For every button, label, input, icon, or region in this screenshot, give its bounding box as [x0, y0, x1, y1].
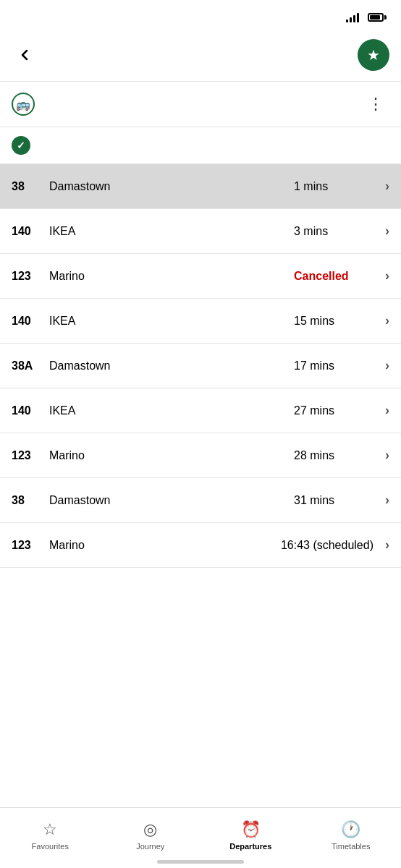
destination-name: IKEA	[49, 225, 294, 238]
chevron-right-icon: ›	[385, 448, 389, 463]
departure-row[interactable]: 38ADamastown17 mins›	[0, 344, 401, 388]
battery-icon	[368, 13, 387, 22]
more-options-button[interactable]: ⋮	[362, 92, 389, 116]
timetables-label: Timetables	[332, 842, 370, 851]
departure-row[interactable]: 140IKEA15 mins›	[0, 299, 401, 344]
destination-name: Marino	[49, 270, 294, 283]
nav-item-favourites[interactable]: ☆Favourites	[0, 808, 101, 856]
stop-info-left: 🚌	[12, 93, 42, 116]
favourites-label: Favourites	[32, 842, 69, 851]
destination-name: Marino	[49, 539, 281, 552]
route-number: 140	[12, 404, 49, 417]
update-bar	[0, 127, 401, 164]
departure-time: 3 mins	[294, 225, 373, 238]
signal-bars-icon	[346, 12, 359, 22]
chevron-right-icon: ›	[385, 537, 389, 553]
destination-name: Marino	[49, 449, 294, 462]
route-number: 38A	[12, 359, 49, 373]
departure-time: 15 mins	[294, 315, 373, 328]
departure-time: 31 mins	[294, 494, 373, 507]
destination-name: IKEA	[49, 315, 294, 328]
chevron-right-icon: ›	[385, 224, 389, 239]
departure-row[interactable]: 123Marino16:43 (scheduled)›	[0, 523, 401, 568]
departure-time: 16:43 (scheduled)	[281, 539, 373, 552]
nav-item-departures[interactable]: ⏰Departures	[200, 808, 301, 856]
destination-name: Damastown	[49, 180, 294, 193]
route-number: 123	[12, 449, 49, 462]
departures-list: 38Damastown1 mins›140IKEA3 mins›123Marin…	[0, 164, 401, 568]
timetables-icon: 🕐	[341, 820, 360, 839]
check-icon	[12, 136, 30, 155]
destination-name: Damastown	[49, 494, 294, 507]
departure-row[interactable]: 140IKEA27 mins›	[0, 388, 401, 433]
route-number: 123	[12, 539, 49, 552]
route-number: 38	[12, 494, 49, 507]
back-button[interactable]	[12, 42, 38, 68]
route-number: 140	[12, 315, 49, 328]
home-indicator	[157, 860, 244, 864]
departure-row[interactable]: 38Damastown1 mins›	[0, 164, 401, 209]
chevron-right-icon: ›	[385, 268, 389, 284]
nav-item-journey[interactable]: ◎Journey	[101, 808, 201, 856]
route-number: 38	[12, 180, 49, 193]
destination-name: Damastown	[49, 359, 294, 373]
journey-label: Journey	[136, 842, 164, 851]
departure-row[interactable]: 123Marino28 mins›	[0, 433, 401, 478]
departure-time: 17 mins	[294, 359, 373, 373]
status-bar	[0, 0, 401, 32]
departure-time: 28 mins	[294, 449, 373, 462]
chevron-right-icon: ›	[385, 358, 389, 373]
favourite-button[interactable]: ★	[358, 39, 389, 71]
journey-icon: ◎	[143, 820, 157, 839]
status-icons	[346, 12, 387, 22]
bottom-nav: ☆Favourites◎Journey⏰Departures🕐Timetable…	[0, 807, 401, 868]
nav-item-timetables[interactable]: 🕐Timetables	[301, 808, 402, 856]
departure-time: 1 mins	[294, 180, 373, 193]
bus-stop-icon: 🚌	[12, 93, 35, 116]
chevron-right-icon: ›	[385, 313, 389, 328]
departure-time: 27 mins	[294, 404, 373, 417]
chevron-right-icon: ›	[385, 179, 389, 194]
stop-info-bar: 🚌 ⋮	[0, 82, 401, 127]
route-number: 140	[12, 225, 49, 238]
departure-time: Cancelled	[294, 270, 373, 283]
destination-name: IKEA	[49, 404, 294, 417]
chevron-right-icon: ›	[385, 403, 389, 418]
header: ★	[0, 32, 401, 82]
chevron-right-icon: ›	[385, 493, 389, 508]
departures-label: Departures	[229, 842, 271, 851]
route-number: 123	[12, 270, 49, 283]
departure-row[interactable]: 123MarinoCancelled›	[0, 254, 401, 299]
star-icon: ★	[367, 46, 380, 64]
favourites-icon: ☆	[43, 820, 57, 839]
departures-icon: ⏰	[241, 820, 261, 839]
departure-row[interactable]: 140IKEA3 mins›	[0, 209, 401, 254]
departure-row[interactable]: 38Damastown31 mins›	[0, 478, 401, 523]
